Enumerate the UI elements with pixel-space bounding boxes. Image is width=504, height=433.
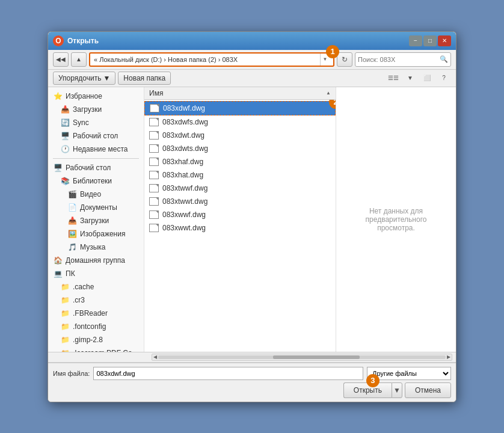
- view-window-button[interactable]: ⬜: [420, 72, 434, 85]
- sidebar-downloads2[interactable]: 📥 Загрузки: [63, 214, 144, 227]
- organize-dropdown-icon: ▼: [103, 74, 110, 82]
- organize-button[interactable]: Упорядочить ▼: [53, 72, 115, 85]
- view-list-button[interactable]: ☰☰: [386, 72, 401, 85]
- sidebar-sync[interactable]: 🔄 Sync: [55, 116, 144, 129]
- file-item[interactable]: 083xhaf.dwg: [144, 155, 336, 168]
- sidebar-fbreader[interactable]: 📁 .FBReader: [55, 307, 144, 320]
- file-item[interactable]: 083xdwts.dwg: [144, 142, 336, 155]
- sidebar-docs[interactable]: 📄 Документы: [63, 201, 144, 214]
- sidebar-desktop[interactable]: 🖥️ Рабочий стол: [55, 129, 144, 143]
- open-dropdown-button[interactable]: ▼: [392, 382, 402, 398]
- file-item[interactable]: 083xwwt.dwg: [144, 221, 336, 235]
- file-item[interactable]: 083xdwt.dwg: [144, 129, 336, 142]
- images-label: Изображения: [80, 230, 125, 238]
- sidebar-video[interactable]: 🎬 Видео: [63, 188, 144, 201]
- cache-label: .cache: [73, 283, 94, 291]
- file-item[interactable]: 083xwwf.dwg: [144, 208, 336, 221]
- sidebar-cache[interactable]: 📁 .cache: [55, 280, 144, 293]
- view-dropdown-button[interactable]: ▼: [403, 72, 417, 85]
- homegroup-label: Домашняя группа: [66, 256, 125, 265]
- sidebar-favorites[interactable]: ⭐ Избранное: [48, 90, 144, 103]
- file-icon: [149, 170, 159, 180]
- downloads-icon: 📥: [60, 105, 70, 114]
- dwg-file-icon: [149, 184, 159, 192]
- favorites-icon: ⭐: [53, 91, 63, 101]
- gimp-label: .gimp-2.8: [73, 336, 103, 344]
- filename-row: Имя файла: Другие файлы: [53, 367, 451, 380]
- sidebar-recent[interactable]: 🕐 Недавние места: [55, 143, 144, 156]
- sidebar-images[interactable]: 🖼️ Изображения: [63, 227, 144, 241]
- filetype-select[interactable]: Другие файлы: [367, 367, 451, 380]
- sidebar-computer[interactable]: 💻 ПК: [48, 267, 144, 280]
- file-item[interactable]: 083xdwfs.dwg: [144, 115, 336, 129]
- desktop2-icon: 🖥️: [53, 163, 63, 173]
- sidebar-downloads[interactable]: 📥 Загрузки: [55, 103, 144, 116]
- search-container[interactable]: 🔍: [355, 52, 451, 67]
- filename-input[interactable]: [93, 367, 363, 380]
- new-folder-label: Новая папка: [123, 74, 165, 82]
- scroll-left-arrow[interactable]: ◀: [153, 354, 157, 360]
- refresh-button[interactable]: ↻: [337, 52, 352, 67]
- sidebar-icecream[interactable]: 📁 .Icecream PDF Co: [55, 346, 144, 352]
- downloads2-icon: 📥: [67, 216, 77, 226]
- scroll-track-h[interactable]: ◀ ▶: [152, 354, 452, 361]
- docs-icon: 📄: [67, 203, 77, 212]
- sidebar-desktop2[interactable]: 🖥️ Рабочий стол: [48, 161, 144, 174]
- horizontal-scrollbar[interactable]: ◀ ▶: [48, 352, 456, 363]
- bottom-bar: Имя файла: Другие файлы 3 Открыть ▼ Отме…: [48, 363, 456, 402]
- file-icon: [149, 157, 159, 167]
- sync-icon: 🔄: [60, 118, 70, 127]
- libraries-label: Библиотеки: [73, 177, 112, 185]
- icecream-label: .Icecream PDF Co: [73, 349, 132, 352]
- file-item[interactable]: 083xhat.dwg: [144, 168, 336, 182]
- file-item[interactable]: 083xdwf.dwg2: [144, 101, 336, 115]
- preview-area: Нет данных для предварительного просмотр…: [336, 87, 456, 352]
- file-name: 083xwwt.dwg: [162, 224, 206, 232]
- dwg-file-icon: [149, 197, 159, 206]
- scroll-thumb-h[interactable]: [158, 355, 446, 359]
- file-item[interactable]: 083xtwwf.dwg: [144, 182, 336, 195]
- new-folder-button[interactable]: Новая папка: [118, 72, 171, 85]
- file-name: 083xdwfs.dwg: [162, 118, 208, 126]
- gimp-folder-icon: 📁: [60, 335, 70, 345]
- cancel-button[interactable]: Отмена: [405, 382, 451, 398]
- sidebar-homegroup[interactable]: 🏠 Домашняя группа: [48, 254, 144, 267]
- sidebar-music[interactable]: 🎵 Музыка: [63, 241, 144, 254]
- sidebar-gimp[interactable]: 📁 .gimp-2.8: [55, 333, 144, 346]
- sidebar-fontconfig[interactable]: 📁 .fontconfig: [55, 320, 144, 333]
- file-list-container: Имя ▲ 083xdwf.dwg2083xdwfs.dwg083xdwt.dw…: [144, 87, 336, 352]
- open-dropdown-icon: ▼: [393, 386, 401, 395]
- maximize-button[interactable]: □: [423, 35, 437, 46]
- file-icon: [149, 223, 159, 233]
- organize-label: Упорядочить: [58, 74, 101, 82]
- sidebar-separator1: [53, 158, 139, 159]
- desktop-label: Рабочий стол: [73, 132, 118, 140]
- fontconfig-folder-icon: 📁: [60, 322, 70, 331]
- buttons-row: 3 Открыть ▼ Отмена: [53, 382, 451, 398]
- file-icon: [149, 210, 159, 220]
- sidebar-libraries[interactable]: 📚 Библиотеки: [55, 174, 144, 188]
- file-icon: [149, 197, 159, 206]
- libraries-icon: 📚: [60, 176, 70, 186]
- search-input[interactable]: [355, 56, 437, 63]
- file-icon: [149, 183, 159, 193]
- favorites-label: Избранное: [66, 92, 102, 100]
- fontconfig-label: .fontconfig: [73, 322, 106, 331]
- title-bar-left: O Открыть: [53, 35, 99, 46]
- file-name: 083xhaf.dwg: [162, 158, 203, 166]
- minimize-button[interactable]: −: [409, 35, 422, 46]
- cr3-folder-icon: 📁: [60, 295, 70, 305]
- sort-icon: ▲: [326, 90, 331, 96]
- cancel-button-label: Отмена: [415, 386, 441, 395]
- file-item[interactable]: 083xtwwt.dwg: [144, 195, 336, 208]
- title-controls: − □ ✕: [409, 35, 451, 46]
- up-button[interactable]: ▲: [71, 52, 87, 67]
- breadcrumb-container[interactable]: « Локальный диск (D:) › Новая папка (2) …: [89, 52, 334, 67]
- close-button[interactable]: ✕: [438, 35, 451, 46]
- sidebar-cr3[interactable]: 📁 .cr3: [55, 293, 144, 307]
- dwg-file-icon: [149, 224, 159, 232]
- help-button[interactable]: ?: [437, 72, 451, 85]
- back-button[interactable]: ◀◀: [53, 52, 69, 67]
- recent-label: Недавние места: [73, 145, 128, 153]
- scroll-right-arrow[interactable]: ▶: [447, 354, 450, 360]
